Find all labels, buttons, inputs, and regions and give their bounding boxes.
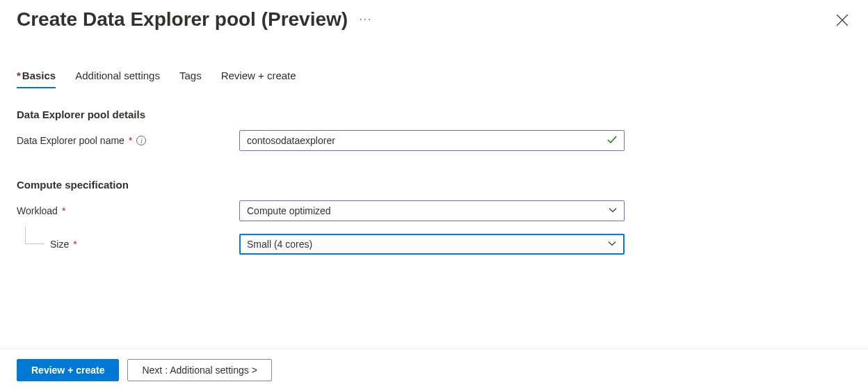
tab-review-create[interactable]: Review + create — [221, 64, 296, 88]
tabs: *Basics Additional settings Tags Review … — [0, 64, 868, 89]
pool-name-label: Data Explorer pool name — [17, 135, 124, 146]
review-create-button[interactable]: Review + create — [17, 359, 119, 381]
size-label: Size — [50, 239, 69, 250]
footer: Review + create Next : Additional settin… — [0, 349, 868, 391]
tab-label: Tags — [179, 70, 202, 81]
more-icon[interactable]: ··· — [359, 13, 372, 26]
workload-select[interactable]: Compute optimized — [239, 200, 625, 221]
section-title-pool-details: Data Explorer pool details — [17, 109, 851, 120]
close-icon[interactable] — [836, 14, 849, 29]
tab-label: Review + create — [221, 70, 296, 81]
tree-line — [25, 226, 45, 244]
tab-additional-settings[interactable]: Additional settings — [75, 64, 160, 88]
chevron-down-icon — [609, 205, 617, 216]
required-indicator: * — [129, 135, 132, 146]
size-select[interactable]: Small (4 cores) — [239, 234, 625, 255]
tab-label: Basics — [22, 70, 56, 81]
pool-name-input[interactable] — [239, 130, 625, 151]
next-button[interactable]: Next : Additional settings > — [127, 359, 271, 381]
workload-value: Compute optimized — [247, 205, 331, 216]
required-indicator: * — [62, 205, 65, 216]
size-value: Small (4 cores) — [247, 239, 312, 250]
check-icon — [606, 134, 618, 147]
required-indicator: * — [73, 239, 77, 250]
info-icon[interactable]: i — [136, 136, 146, 145]
section-title-compute: Compute specification — [17, 179, 851, 191]
workload-label: Workload — [17, 205, 58, 216]
required-indicator: * — [17, 70, 21, 81]
tab-tags[interactable]: Tags — [179, 64, 202, 88]
chevron-down-icon — [608, 239, 616, 250]
tab-basics[interactable]: *Basics — [17, 64, 56, 88]
tab-label: Additional settings — [75, 70, 160, 81]
page-title: Create Data Explorer pool (Preview) — [17, 8, 348, 31]
